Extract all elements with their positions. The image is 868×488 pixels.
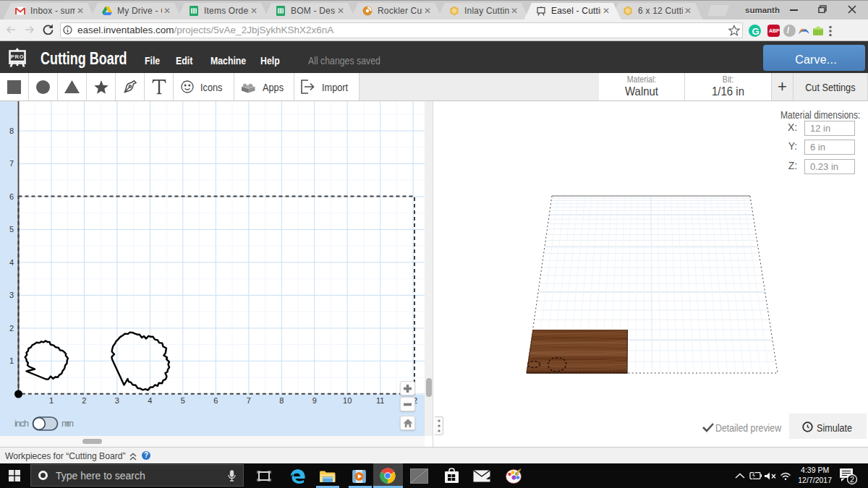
svg-text:8: 8 (9, 127, 14, 135)
svg-text:2: 2 (850, 475, 854, 484)
svg-text:3: 3 (9, 291, 14, 299)
svg-text:7: 7 (247, 396, 251, 405)
svg-text:6: 6 (213, 396, 218, 405)
svg-text:4: 4 (9, 258, 14, 267)
svg-text:PRO: PRO (11, 53, 25, 60)
svg-text:7: 7 (9, 159, 14, 168)
svg-text:10: 10 (343, 396, 352, 405)
svg-text:5: 5 (181, 396, 185, 405)
svg-text:1: 1 (9, 356, 14, 365)
svg-text:5: 5 (9, 225, 14, 234)
svg-text:mm: mm (61, 418, 74, 429)
svg-text:1: 1 (49, 396, 54, 405)
svg-text:11: 11 (376, 396, 384, 405)
svg-text:6: 6 (9, 192, 14, 201)
svg-text:inch: inch (14, 418, 29, 429)
svg-text:4: 4 (148, 396, 152, 405)
svg-text:2: 2 (9, 324, 14, 333)
svg-text:8: 8 (279, 396, 284, 405)
svg-text:3: 3 (115, 396, 119, 405)
svg-text:9: 9 (312, 396, 317, 405)
svg-text:2: 2 (82, 396, 86, 405)
